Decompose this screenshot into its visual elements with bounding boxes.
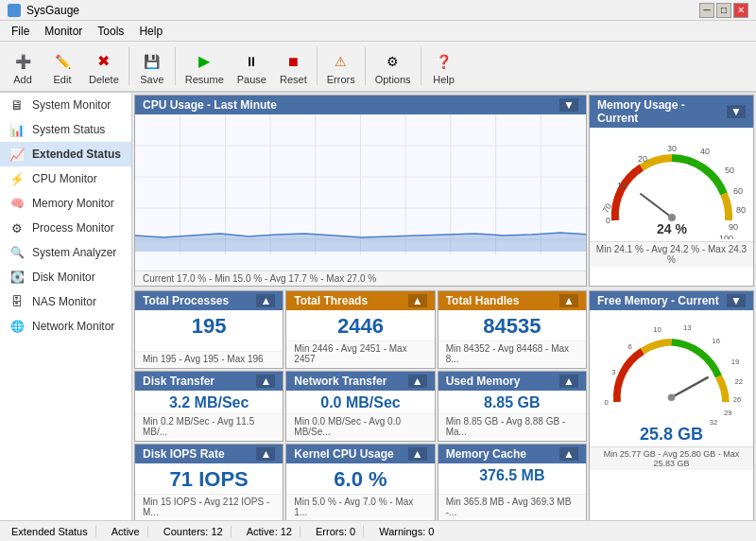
- memory-cache-sub: Min 365.8 MB - Avg 369.3 MB -...: [438, 494, 586, 520]
- menu-file[interactable]: File: [4, 23, 37, 40]
- memory-gauge-area: 0 10 20 30 40 50 60 70 80 90 100: [590, 128, 753, 241]
- add-icon: [9, 47, 36, 74]
- edit-button[interactable]: Edit: [43, 45, 81, 87]
- total-threads-value: 2446: [286, 310, 434, 340]
- sidebar-item-nas-monitor[interactable]: NAS Monitor: [0, 289, 131, 314]
- save-label: Save: [140, 74, 163, 85]
- disk-iops-header: Disk IOPS Rate ▲: [135, 445, 283, 463]
- svg-text:90: 90: [729, 222, 738, 232]
- used-memory-card: Used Memory ▲ 8.85 GB Min 8.85 GB - Avg …: [438, 371, 587, 442]
- help-button[interactable]: Help: [425, 45, 463, 87]
- network-transfer-menu[interactable]: ▲: [408, 375, 427, 388]
- memory-icon: [8, 196, 26, 211]
- delete-button[interactable]: Delete: [83, 45, 125, 87]
- stats-row-1: Total Processes ▲ 195 Min 195 - Avg 195 …: [134, 290, 587, 369]
- toolbar-sep-1: [129, 47, 129, 85]
- total-processes-header: Total Processes ▲: [135, 291, 283, 310]
- memory-cache-menu[interactable]: ▲: [559, 447, 578, 461]
- svg-text:40: 40: [700, 147, 710, 156]
- total-processes-title: Total Processes: [143, 294, 229, 307]
- svg-text:24 %: 24 %: [657, 221, 687, 236]
- cpu-chart-header: CPU Usage - Last Minute ▼: [135, 96, 586, 114]
- status-errors: Errors: 0: [308, 526, 364, 537]
- disk-iops-sub: Min 15 IOPS - Avg 212 IOPS - M...: [135, 494, 283, 520]
- status-counters: Counters: 12: [156, 526, 232, 537]
- network-transfer-card: Network Transfer ▲ 0.0 MB/Sec Min 0.0 MB…: [285, 371, 435, 442]
- total-handles-menu[interactable]: ▲: [559, 294, 578, 307]
- cpu-chart-menu-btn[interactable]: ▼: [559, 98, 578, 112]
- sidebar-item-network-monitor[interactable]: Network Monitor: [0, 314, 131, 339]
- used-memory-menu[interactable]: ▲: [559, 375, 578, 388]
- sidebar-label-disk-monitor: Disk Monitor: [32, 270, 95, 284]
- sidebar-item-system-monitor[interactable]: System Monitor: [0, 93, 131, 117]
- total-processes-menu[interactable]: ▲: [256, 294, 275, 307]
- disk-transfer-menu[interactable]: ▲: [256, 375, 275, 388]
- close-btn[interactable]: ✕: [733, 3, 748, 18]
- sidebar-item-memory-monitor[interactable]: Memory Monitor: [0, 191, 131, 216]
- delete-icon: [91, 47, 117, 74]
- memory-cache-header: Memory Cache ▲: [438, 445, 586, 463]
- save-button[interactable]: Save: [133, 45, 171, 87]
- errors-icon: [328, 47, 354, 74]
- titlebar-left: SysGauge: [8, 4, 79, 17]
- add-label: Add: [13, 74, 32, 85]
- memory-gauge-svg: 0 10 20 30 40 50 60 70 80 90 100: [596, 135, 747, 239]
- toolbar-sep-3: [317, 47, 318, 85]
- menu-tools[interactable]: Tools: [90, 23, 131, 40]
- resume-button[interactable]: Resume: [180, 45, 230, 87]
- free-memory-menu[interactable]: ▼: [727, 294, 746, 307]
- cpu-chart-panel: CPU Usage - Last Minute ▼: [134, 95, 587, 287]
- disk-iops-value: 71 IOPS: [135, 463, 283, 494]
- svg-text:22: 22: [735, 377, 744, 386]
- edit-label: Edit: [54, 74, 72, 85]
- cpu-chart-title: CPU Usage - Last Minute: [143, 98, 277, 112]
- kernel-cpu-card: Kernel CPU Usage ▲ 6.0 % Min 5.0 % - Avg…: [285, 444, 435, 520]
- disk-icon: [8, 270, 26, 285]
- sidebar-item-extended-status[interactable]: Extended Status: [0, 142, 131, 166]
- sidebar-label-network-monitor: Network Monitor: [32, 320, 114, 333]
- svg-text:60: 60: [733, 186, 743, 196]
- free-memory-value: 25.8 GB: [640, 425, 703, 445]
- options-button[interactable]: Options: [369, 45, 417, 87]
- sidebar-label-memory-monitor: Memory Monitor: [32, 197, 114, 210]
- sidebar-item-disk-monitor[interactable]: Disk Monitor: [0, 265, 131, 289]
- app-icon: [8, 4, 21, 17]
- cpu-chart-area: [135, 114, 586, 270]
- errors-label: Errors: [327, 74, 355, 85]
- disk-iops-menu[interactable]: ▲: [256, 447, 275, 461]
- sidebar-label-nas-monitor: NAS Monitor: [32, 295, 96, 308]
- disk-iops-card: Disk IOPS Rate ▲ 71 IOPS Min 15 IOPS - A…: [134, 444, 284, 520]
- svg-text:16: 16: [713, 337, 721, 345]
- pause-label: Pause: [237, 74, 266, 85]
- menu-help[interactable]: Help: [131, 23, 170, 40]
- sidebar-item-cpu-monitor[interactable]: CPU Monitor: [0, 166, 131, 191]
- minimize-btn[interactable]: ─: [699, 3, 714, 18]
- disk-transfer-title: Disk Transfer: [143, 375, 215, 388]
- maximize-btn[interactable]: □: [716, 3, 731, 18]
- errors-button[interactable]: Errors: [321, 45, 361, 87]
- disk-transfer-header: Disk Transfer ▲: [135, 372, 283, 391]
- add-button[interactable]: Add: [4, 45, 42, 87]
- svg-line-25: [641, 194, 672, 218]
- sidebar-item-system-analyzer[interactable]: System Analyzer: [0, 240, 131, 265]
- free-memory-header: Free Memory - Current ▼: [590, 291, 753, 310]
- help-label: Help: [433, 74, 455, 85]
- cpu-chart-svg: [135, 114, 586, 270]
- pause-button[interactable]: Pause: [232, 45, 272, 87]
- reset-button[interactable]: Reset: [274, 45, 313, 87]
- memory-gauge-menu-btn[interactable]: ▼: [727, 105, 746, 118]
- memory-cache-value: 376.5 MB: [438, 463, 586, 486]
- content-area: CPU Usage - Last Minute ▼: [132, 93, 756, 520]
- kernel-cpu-menu[interactable]: ▲: [408, 447, 427, 461]
- sidebar-item-process-monitor[interactable]: Process Monitor: [0, 216, 131, 240]
- titlebar-controls[interactable]: ─ □ ✕: [699, 3, 748, 18]
- svg-text:19: 19: [731, 358, 740, 366]
- total-threads-menu[interactable]: ▲: [408, 294, 427, 307]
- sidebar-item-system-status[interactable]: System Status: [0, 117, 131, 142]
- sidebar-label-system-analyzer: System Analyzer: [32, 246, 116, 259]
- toolbar-sep-4: [365, 47, 366, 85]
- menu-monitor[interactable]: Monitor: [37, 23, 90, 40]
- free-memory-panel: Free Memory - Current ▼: [589, 290, 754, 520]
- titlebar: SysGauge ─ □ ✕: [0, 0, 756, 21]
- memory-gauge-header: Memory Usage - Current ▼: [590, 96, 753, 128]
